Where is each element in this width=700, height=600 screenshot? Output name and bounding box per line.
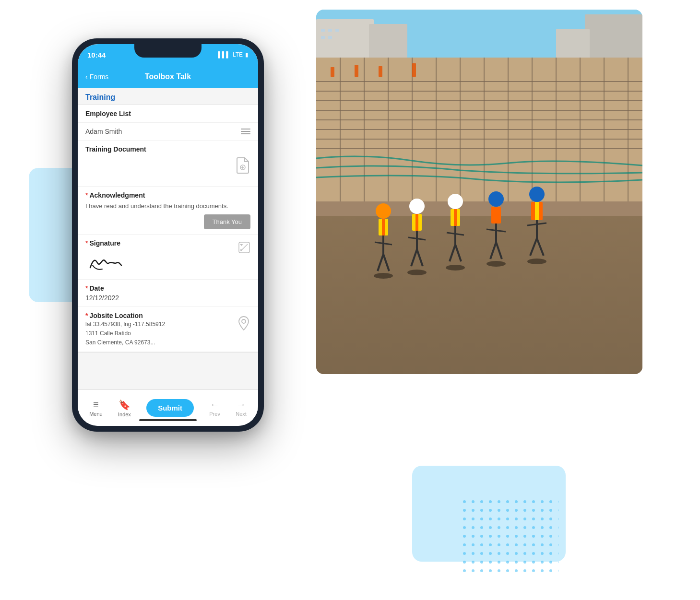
required-star-sig: * (85, 239, 88, 247)
acknowledgment-label: * Acknowledgment (85, 191, 250, 199)
navigation-bar: ‹ Forms Toolbox Talk (78, 65, 258, 88)
svg-point-54 (448, 194, 463, 209)
jobsite-content: * Jobsite Location lat 33.457938, lng -1… (85, 312, 237, 346)
menu-icon: ≡ (93, 399, 99, 410)
jobsite-address2: San Clemente, CA 92673... (85, 339, 237, 347)
svg-rect-7 (321, 29, 325, 32)
phone-frame: 10:44 ▌▌▌ LTE ▮ ‹ Forms Toolbox Talk (72, 38, 264, 432)
jobsite-coords: lat 33.457938, lng -117.585912 (85, 320, 237, 329)
doc-upload-area[interactable] (85, 153, 250, 181)
index-nav-item[interactable]: 🔖 Index (118, 399, 131, 417)
svg-text:✕: ✕ (239, 248, 243, 252)
phone-notch (134, 44, 202, 58)
svg-point-61 (488, 191, 504, 207)
next-nav-item[interactable]: → Next (236, 399, 247, 417)
back-button[interactable]: ‹ Forms (85, 73, 108, 81)
svg-rect-37 (412, 63, 416, 77)
svg-rect-11 (328, 36, 332, 39)
svg-rect-1 (463, 500, 558, 572)
battery-icon: ▮ (245, 51, 249, 58)
svg-point-85 (242, 319, 246, 323)
training-document-row[interactable]: Training Document (78, 141, 258, 187)
employee-list-label-row: Employee List (78, 105, 258, 123)
phone-screen: 10:44 ▌▌▌ LTE ▮ ‹ Forms Toolbox Talk (78, 44, 258, 426)
training-doc-label: Training Document (85, 145, 250, 153)
svg-point-67 (529, 187, 545, 202)
hamburger-line-2 (241, 131, 250, 132)
photo-overlay (316, 211, 642, 374)
svg-rect-36 (379, 66, 382, 77)
required-star-ack: * (85, 191, 88, 199)
thank-you-btn-wrapper: Thank You (85, 214, 250, 229)
network-indicator: LTE (233, 51, 243, 58)
construction-photo (316, 10, 642, 374)
employee-list-label: Employee List (85, 110, 250, 118)
signature-row[interactable]: * Signature (78, 235, 258, 280)
content-area[interactable]: Training Employee List Adam Smith (78, 88, 258, 389)
employee-name: Adam Smith (85, 128, 122, 135)
required-star-date: * (85, 284, 88, 292)
svg-rect-8 (328, 29, 332, 32)
svg-rect-9 (335, 29, 339, 32)
svg-rect-35 (355, 65, 358, 77)
svg-rect-10 (321, 36, 325, 39)
section-title: Training (85, 93, 115, 101)
prev-arrow-icon: ← (210, 399, 220, 410)
date-label: * Date (85, 284, 250, 292)
signature-image (85, 251, 238, 274)
jobsite-row[interactable]: * Jobsite Location lat 33.457938, lng -1… (78, 307, 258, 352)
signature-label: * Signature (85, 239, 238, 247)
hamburger-line-3 (241, 133, 250, 134)
next-label: Next (236, 411, 247, 417)
dot-grid-decoration (463, 500, 558, 574)
acknowledgment-row: * Acknowledgment I have read and underst… (78, 187, 258, 235)
prev-nav-item[interactable]: ← Prev (209, 399, 220, 417)
date-row[interactable]: * Date 12/12/2022 (78, 280, 258, 307)
submit-button[interactable]: Submit (146, 399, 194, 417)
bookmark-icon: 🔖 (119, 399, 131, 411)
date-value: 12/12/2022 (85, 294, 250, 302)
jobsite-address1: 1311 Calle Batido (85, 329, 237, 338)
svg-rect-34 (331, 67, 334, 77)
phone-device: 10:44 ▌▌▌ LTE ▮ ‹ Forms Toolbox Talk (72, 38, 264, 432)
back-label: Forms (90, 73, 109, 81)
next-arrow-icon: → (237, 399, 246, 410)
jobsite-label: * Jobsite Location (85, 312, 237, 319)
menu-nav-item[interactable]: ≡ Menu (89, 399, 103, 417)
upload-doc-icon[interactable] (235, 157, 250, 177)
back-chevron-icon: ‹ (85, 73, 88, 81)
menu-label: Menu (89, 411, 103, 417)
acknowledgment-text: I have read and understand the training … (85, 202, 250, 211)
signature-clear-icon[interactable]: ✕ (238, 241, 250, 257)
employee-row[interactable]: Adam Smith (78, 123, 258, 141)
signal-icon: ▌▌▌ (218, 51, 230, 58)
signature-content: * Signature (85, 239, 238, 274)
status-time: 10:44 (87, 51, 106, 59)
thank-you-button[interactable]: Thank You (204, 214, 250, 229)
reorder-icon[interactable] (241, 129, 250, 134)
status-icons: ▌▌▌ LTE ▮ (218, 51, 249, 58)
nav-title: Toolbox Talk (145, 72, 191, 81)
form-card: Employee List Adam Smith Training Doc (78, 105, 258, 353)
hamburger-line-1 (241, 129, 250, 129)
prev-label: Prev (209, 411, 220, 417)
training-section-header: Training (78, 88, 258, 105)
location-pin-icon[interactable] (237, 316, 250, 333)
phone-home-indicator (139, 419, 197, 421)
required-star-jobsite: * (85, 312, 88, 319)
index-label: Index (118, 412, 131, 417)
